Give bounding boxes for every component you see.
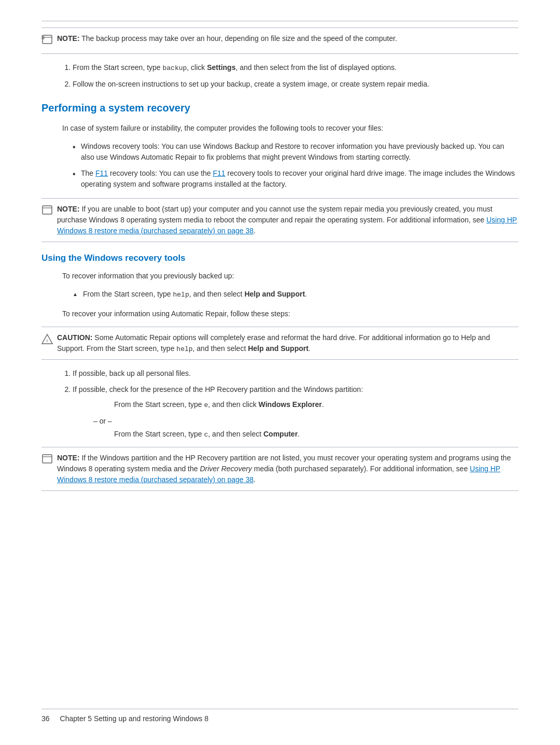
auto-repair-intro: To recover your information using Automa… bbox=[41, 308, 519, 319]
page-footer: 36 Chapter 5 Setting up and restoring Wi… bbox=[41, 709, 519, 724]
section-heading: Performing a system recovery bbox=[41, 100, 519, 116]
svg-text:!: ! bbox=[47, 339, 48, 343]
initial-steps-list: From the Start screen, type backup, clic… bbox=[41, 62, 519, 90]
c-code: c bbox=[204, 431, 208, 439]
middle-note-content: NOTE: If you are unable to boot (start u… bbox=[57, 204, 519, 236]
f11-link-2[interactable]: F11 bbox=[213, 169, 226, 177]
middle-note-text1: If you are unable to boot (start up) you… bbox=[57, 205, 493, 224]
middle-note-label: NOTE: bbox=[57, 205, 80, 213]
middle-note-text2: . bbox=[254, 227, 256, 235]
f11-link-1[interactable]: F11 bbox=[95, 169, 108, 177]
bottom-note-italic: Driver Recovery bbox=[200, 465, 251, 473]
intro-text: In case of system failure or instability… bbox=[41, 123, 519, 134]
caution-text3: . bbox=[309, 344, 311, 353]
e-code: e bbox=[204, 401, 208, 409]
numbered-step-1: If possible, back up all personal files. bbox=[73, 368, 519, 379]
bottom-note-text2: media (both purchased separately). For a… bbox=[252, 465, 470, 473]
top-note-content: NOTE: The backup process may take over a… bbox=[57, 33, 397, 44]
triangle-step-1: From the Start screen, type help, and th… bbox=[73, 289, 519, 300]
svg-text:✎: ✎ bbox=[43, 37, 45, 40]
subsection-heading: Using the Windows recovery tools bbox=[41, 251, 519, 265]
top-note-label: NOTE: bbox=[57, 34, 80, 43]
help-code-1: help bbox=[173, 291, 189, 299]
numbered-steps-list: If possible, back up all personal files.… bbox=[41, 368, 519, 440]
bottom-note-content: NOTE: If the Windows partition and the H… bbox=[57, 453, 519, 485]
caution-icon: ! bbox=[41, 333, 53, 348]
backup-code: backup bbox=[163, 64, 187, 72]
caution-label: CAUTION: bbox=[57, 333, 92, 342]
initial-step-1: From the Start screen, type backup, clic… bbox=[73, 62, 519, 74]
initial-step-2: Follow the on-screen instructions to set… bbox=[73, 79, 519, 90]
footer-page-number: 36 bbox=[41, 713, 50, 724]
caution-code: help bbox=[176, 345, 192, 353]
sub-step-computer: From the Start screen, type c, and then … bbox=[73, 429, 519, 440]
bullet-item-2: The F11 recovery tools: You can use the … bbox=[73, 168, 519, 190]
bullet-item-1: Windows recovery tools: You can use Wind… bbox=[73, 141, 519, 163]
note-icon: ✎ bbox=[41, 34, 53, 48]
or-divider: – or – bbox=[73, 416, 519, 427]
caution-bold: Help and Support bbox=[248, 344, 309, 353]
footer-chapter-text: Chapter 5 Setting up and restoring Windo… bbox=[60, 713, 208, 724]
middle-note-box: NOTE: If you are unable to boot (start u… bbox=[41, 198, 519, 242]
sub-step-explorer: From the Start screen, type e, and then … bbox=[73, 399, 519, 411]
computer-bold: Computer bbox=[263, 430, 298, 438]
windows-explorer-bold: Windows Explorer bbox=[259, 400, 322, 409]
note-icon-middle bbox=[41, 204, 53, 219]
settings-bold: Settings bbox=[207, 63, 235, 72]
caution-text2: , and then select bbox=[193, 344, 248, 353]
note-icon-bottom bbox=[41, 453, 53, 468]
bottom-note-box: NOTE: If the Windows partition and the H… bbox=[41, 447, 519, 491]
svg-rect-4 bbox=[43, 206, 52, 214]
help-support-bold-1: Help and Support bbox=[244, 290, 305, 298]
subsection-intro: To recover information that you previous… bbox=[41, 271, 519, 282]
page: ✎ NOTE: The backup process may take over… bbox=[0, 0, 560, 745]
caution-box: ! CAUTION: Some Automatic Repair options… bbox=[41, 327, 519, 360]
bottom-note-text3: . bbox=[254, 475, 256, 484]
top-note-box: ✎ NOTE: The backup process may take over… bbox=[41, 27, 519, 54]
top-note-text: The backup process may take over an hour… bbox=[81, 34, 397, 43]
triangle-list: From the Start screen, type help, and th… bbox=[41, 289, 519, 300]
top-rule bbox=[41, 21, 519, 21]
numbered-step-2: If possible, check for the presence of t… bbox=[73, 384, 519, 440]
bottom-note-label: NOTE: bbox=[57, 454, 80, 462]
caution-content: CAUTION: Some Automatic Repair options w… bbox=[57, 332, 519, 355]
bullet-list: Windows recovery tools: You can use Wind… bbox=[41, 141, 519, 190]
svg-rect-8 bbox=[43, 455, 52, 463]
